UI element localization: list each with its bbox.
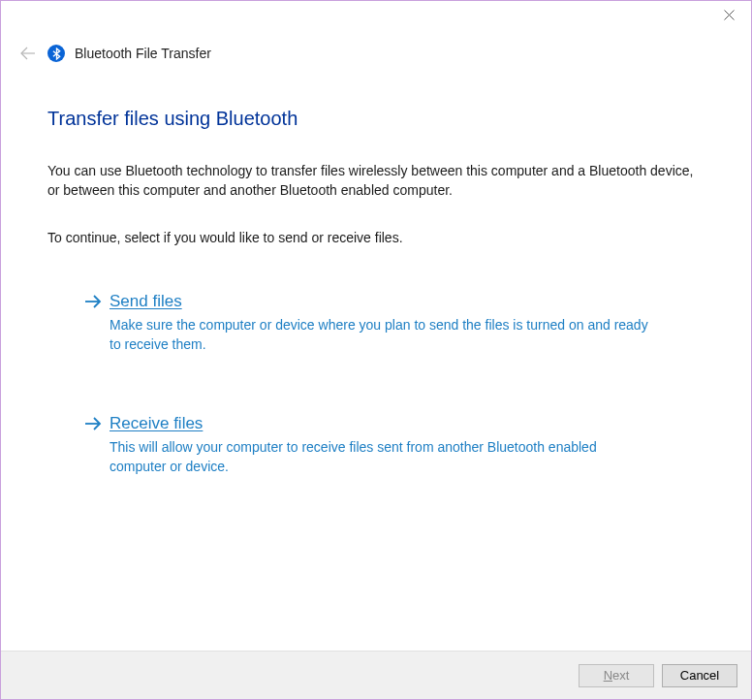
option-send-files[interactable]: Send files Make sure the computer or dev… xyxy=(47,292,705,355)
option-body: Receive files This will allow your compu… xyxy=(110,414,705,477)
header: Bluetooth File Transfer xyxy=(1,34,751,71)
content-area: Transfer files using Bluetooth You can u… xyxy=(1,71,751,651)
option-description: This will allow your computer to receive… xyxy=(110,437,652,477)
window-title: Bluetooth File Transfer xyxy=(75,46,211,61)
option-receive-files[interactable]: Receive files This will allow your compu… xyxy=(47,414,705,477)
arrow-right-icon xyxy=(84,416,110,477)
footer: Next Cancel xyxy=(1,651,751,699)
arrow-left-icon xyxy=(19,45,37,62)
instruction-text: To continue, select if you would like to… xyxy=(47,230,705,245)
arrow-right-icon xyxy=(84,294,110,355)
titlebar xyxy=(1,1,751,34)
option-description: Make sure the computer or device where y… xyxy=(110,315,652,355)
wizard-window: Bluetooth File Transfer Transfer files u… xyxy=(0,0,752,700)
option-title: Send files xyxy=(110,292,182,311)
bluetooth-icon xyxy=(47,45,65,62)
back-button[interactable] xyxy=(18,44,38,63)
option-title: Receive files xyxy=(110,414,203,433)
option-body: Send files Make sure the computer or dev… xyxy=(110,292,705,355)
next-button[interactable]: Next xyxy=(579,664,654,687)
close-button[interactable] xyxy=(707,1,751,28)
close-icon xyxy=(724,10,735,20)
cancel-button[interactable]: Cancel xyxy=(662,664,737,687)
page-heading: Transfer files using Bluetooth xyxy=(47,108,705,130)
intro-text: You can use Bluetooth technology to tran… xyxy=(47,161,705,201)
